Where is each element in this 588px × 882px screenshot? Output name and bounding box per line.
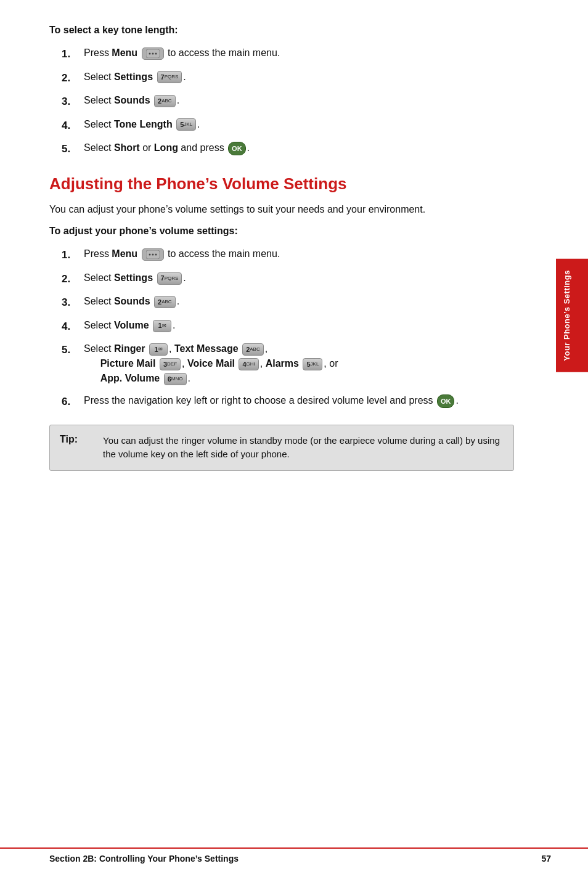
ok-key-icon: OK: [437, 394, 455, 408]
step-number: 3.: [62, 294, 84, 311]
menu-key-icon: [142, 47, 164, 60]
step-content: Select Settings 7 PQRS.: [84, 70, 514, 84]
step-content: Press the navigation key left or right t…: [84, 393, 514, 408]
section2-body: You can adjust your phone’s volume setti…: [49, 202, 514, 218]
table-row: 2. Select Settings 7 PQRS.: [62, 70, 514, 86]
section1-intro: To select a key tone length:: [49, 25, 514, 36]
table-row: 2. Select Settings 7 PQRS.: [62, 271, 514, 287]
step-number: 2.: [62, 70, 84, 86]
table-row: 5. Select Ringer 1 ✉, Text Message 2 ABC…: [62, 341, 514, 386]
table-row: 5. Select Short or Long and press OK.: [62, 141, 514, 157]
key1-icon: 1 ✉: [153, 320, 171, 332]
table-row: 6. Press the navigation key left or righ…: [62, 393, 514, 410]
key4-icon: 4 GHI: [239, 358, 258, 370]
svg-point-6: [152, 254, 153, 256]
svg-point-2: [152, 52, 153, 54]
section2-heading: Adjusting the Phone’s Volume Settings: [49, 174, 514, 194]
step-number: 4.: [62, 318, 84, 335]
step-content: Select Sounds 2 ABC.: [84, 294, 514, 309]
section1-steps: 1. Press Menu to access the main menu. 2…: [62, 46, 514, 157]
tip-box: Tip: You can adjust the ringer volume in…: [49, 425, 514, 471]
footer-bar: Section 2B: Controlling Your Phone’s Set…: [0, 847, 588, 864]
step-number: 6.: [62, 393, 84, 410]
step-content: Press Menu to access the main menu.: [84, 247, 514, 261]
tip-text: You can adjust the ringer volume in stan…: [103, 434, 504, 462]
step-content: Select Tone Length 5 JKL.: [84, 117, 514, 132]
step-content: Select Ringer 1 ✉, Text Message 2 ABC, P…: [84, 341, 514, 386]
section2-steps: 1. Press Menu to access the main menu. 2…: [62, 247, 514, 410]
table-row: 1. Press Menu to access the main menu.: [62, 247, 514, 263]
svg-point-3: [155, 52, 157, 54]
svg-point-5: [149, 254, 150, 256]
step-number: 1.: [62, 46, 84, 62]
bold-app-volume: App. Volume: [100, 373, 160, 383]
step-content: Select Short or Long and press OK.: [84, 141, 514, 155]
step-content: Press Menu to access the main menu.: [84, 46, 514, 60]
bold-long: Long: [154, 142, 178, 153]
table-row: 3. Select Sounds 2 ABC.: [62, 294, 514, 311]
side-tab: Your Phone’s Settings: [556, 259, 588, 372]
step-number: 5.: [62, 341, 84, 358]
bold-tone-length: Tone Length: [114, 119, 173, 129]
key2b-icon: 2 ABC: [242, 343, 264, 356]
step-content: Select Volume 1 ✉.: [84, 318, 514, 333]
key2-icon: 2 ABC: [154, 95, 176, 107]
svg-point-1: [149, 52, 150, 54]
key7-icon: 7 PQRS: [157, 272, 182, 285]
key7-icon: 7 PQRS: [157, 71, 182, 83]
step-content: Select Sounds 2 ABC.: [84, 93, 514, 108]
ok-key-icon: OK: [228, 142, 246, 155]
step-number: 1.: [62, 247, 84, 263]
table-row: 3. Select Sounds 2 ABC.: [62, 93, 514, 110]
bold-short: Short: [114, 142, 140, 153]
section2-intro: To adjust your phone’s volume settings:: [49, 226, 514, 237]
bold-picture-mail: Picture Mail: [100, 358, 156, 369]
bold-settings: Settings: [114, 272, 153, 283]
tip-label: Tip:: [60, 434, 97, 445]
step-number: 3.: [62, 93, 84, 110]
table-row: 4. Select Tone Length 5 JKL.: [62, 117, 514, 134]
footer-section-label: Section 2B: Controlling Your Phone’s Set…: [49, 854, 239, 864]
bold-ringer: Ringer: [114, 343, 145, 354]
main-content: To select a key tone length: 1. Press Me…: [0, 0, 551, 496]
bold-menu: Menu: [112, 47, 137, 58]
bold-settings: Settings: [114, 71, 153, 82]
bold-volume: Volume: [114, 320, 149, 330]
key2-icon: 2 ABC: [154, 296, 176, 308]
step-number: 5.: [62, 141, 84, 157]
bold-sounds: Sounds: [114, 296, 150, 306]
step-number: 4.: [62, 117, 84, 134]
step-content: Select Settings 7 PQRS.: [84, 271, 514, 285]
key5-icon: 5 JKL: [176, 118, 196, 131]
key1b-icon: 1 ✉: [149, 343, 168, 356]
menu-key-icon: [142, 248, 164, 261]
key5b-icon: 5 JKL: [303, 358, 322, 370]
footer-page-number: 57: [541, 854, 551, 864]
bold-voice-mail: Voice Mail: [187, 358, 235, 369]
svg-point-7: [155, 254, 157, 256]
bold-menu: Menu: [112, 248, 137, 259]
key6-icon: 6 MNO: [164, 373, 187, 385]
step-number: 2.: [62, 271, 84, 287]
bold-alarms: Alarms: [266, 358, 299, 369]
table-row: 4. Select Volume 1 ✉.: [62, 318, 514, 335]
key3-icon: 3 DEF: [160, 358, 181, 370]
table-row: 1. Press Menu to access the main menu.: [62, 46, 514, 62]
bold-sounds: Sounds: [114, 95, 150, 105]
bold-text-message: Text Message: [174, 343, 239, 354]
